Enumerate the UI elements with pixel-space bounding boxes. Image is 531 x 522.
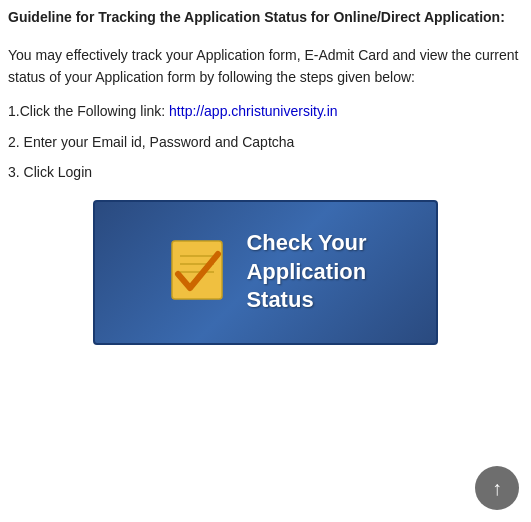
step-1-label: 1.Click the Following link:: [8, 103, 169, 119]
christuniversity-link[interactable]: http://app.christuniversity.in: [169, 103, 338, 119]
step-3: 3. Click Login: [8, 161, 523, 183]
scroll-to-top-button[interactable]: ↑: [475, 466, 519, 510]
banner-line2: Application: [246, 258, 366, 287]
scroll-up-icon: ↑: [492, 477, 502, 500]
banner-line3: Status: [246, 286, 366, 315]
svg-rect-0: [172, 241, 222, 299]
banner-text: Check Your Application Status: [246, 229, 366, 315]
step-1: 1.Click the Following link: http://app.c…: [8, 100, 523, 122]
step-2: 2. Enter your Email id, Password and Cap…: [8, 131, 523, 153]
banner-line1: Check Your: [246, 229, 366, 258]
page-heading: Guideline for Tracking the Application S…: [8, 8, 523, 28]
checkmark-icon: [164, 236, 234, 309]
intro-text: You may effectively track your Applicati…: [8, 44, 523, 89]
application-status-banner[interactable]: Check Your Application Status: [93, 200, 438, 345]
banner-wrapper: Check Your Application Status: [8, 200, 523, 345]
